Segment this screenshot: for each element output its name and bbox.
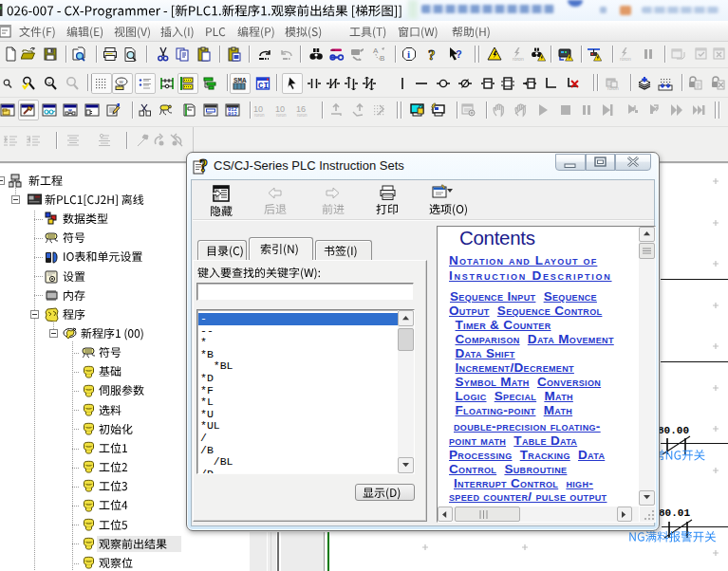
svg-text:roron: roron — [276, 113, 287, 118]
svg-text:012: 012 — [228, 111, 237, 118]
svg-text:CI: CI — [258, 82, 269, 91]
svg-text:A: A — [373, 46, 379, 55]
svg-text:?: ? — [199, 157, 208, 175]
svg-text:w: w — [119, 79, 124, 84]
svg-text:?: ? — [428, 47, 436, 62]
svg-text:B: B — [380, 54, 384, 62]
svg-text:roron: roron — [607, 85, 619, 91]
svg-text:roron: roron — [297, 113, 308, 118]
svg-text:i: i — [407, 48, 410, 60]
svg-text:?: ? — [456, 48, 462, 60]
svg-text:roron: roron — [513, 56, 524, 62]
svg-text:roron: roron — [254, 113, 265, 118]
svg-text:roron: roron — [620, 56, 631, 62]
